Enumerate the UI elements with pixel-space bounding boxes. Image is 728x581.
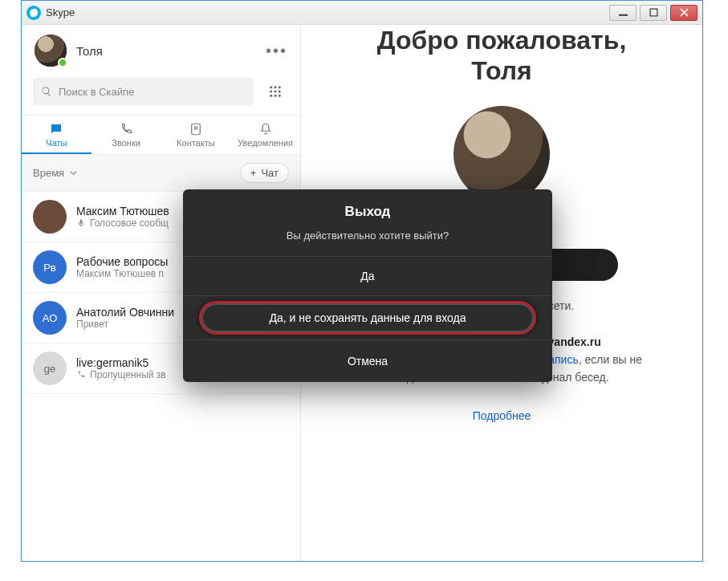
dialog-yes-forget-wrap: Да, и не сохранять данные для входа: [183, 296, 552, 340]
chat-icon: [49, 122, 63, 136]
avatar[interactable]: [35, 35, 67, 67]
search-input[interactable]: Поиск в Скайпе: [33, 78, 254, 105]
skype-icon: [26, 6, 41, 20]
svg-point-3: [275, 86, 277, 88]
contacts-icon: [189, 122, 203, 136]
details-link[interactable]: Подробнее: [325, 409, 678, 422]
svg-point-7: [279, 91, 281, 93]
nav-tabs: Чаты Звонки Контакты Уведомления: [22, 115, 300, 155]
welcome-line2: Толя: [471, 56, 531, 85]
chat-title: Рабочие вопросы: [76, 255, 168, 268]
section-header: Время + Чат: [22, 155, 300, 192]
window-title: Skype: [46, 6, 75, 18]
welcome-line1: Добро пожаловать,: [377, 26, 627, 55]
dialpad-button[interactable]: [262, 78, 289, 105]
tab-chats-label: Чаты: [46, 138, 67, 148]
chat-avatar: ge: [33, 351, 67, 385]
chat-title: Максим Тютюшев: [76, 205, 169, 217]
svg-rect-1: [650, 9, 657, 16]
more-icon[interactable]: •••: [266, 42, 287, 60]
chat-subtitle: Пропущенный зв: [76, 369, 166, 380]
svg-point-9: [275, 95, 277, 97]
phone-icon: [119, 122, 133, 136]
chat-title: Анатолий Овчинни: [76, 306, 174, 319]
tab-contacts-label: Контакты: [177, 138, 215, 148]
maximize-button[interactable]: [640, 5, 667, 21]
svg-point-10: [279, 95, 281, 97]
chat-subtitle: Голосовое сообщ: [76, 217, 169, 229]
sort-label: Время: [33, 167, 64, 179]
profile-name: Толя: [76, 44, 103, 58]
chat-subtitle: Максим Тютюшев п: [76, 268, 168, 279]
dialog-yes-forget-button[interactable]: Да, и не сохранять данные для входа: [199, 301, 536, 335]
dialog-message: Вы действительно хотите выйти?: [183, 230, 552, 257]
new-chat-button[interactable]: + Чат: [240, 163, 289, 183]
tab-contacts[interactable]: Контакты: [161, 116, 231, 154]
minimize-button[interactable]: [609, 5, 636, 21]
svg-rect-0: [619, 14, 628, 16]
tab-calls-label: Звонки: [112, 138, 140, 148]
svg-point-4: [279, 86, 281, 88]
chevron-down-icon: [69, 169, 78, 177]
tab-notifications-label: Уведомления: [238, 138, 293, 148]
tab-calls[interactable]: Звонки: [92, 116, 161, 154]
presence-indicator: [58, 58, 67, 67]
titlebar[interactable]: Skype: [22, 1, 702, 25]
chat-avatar: Рв: [33, 250, 67, 284]
tab-notifications[interactable]: Уведомления: [230, 116, 300, 154]
dialog-yes-button[interactable]: Да: [183, 257, 552, 296]
tab-chats[interactable]: Чаты: [22, 116, 92, 154]
chat-avatar: АО: [33, 301, 67, 335]
chat-subtitle: Привет: [76, 319, 174, 330]
svg-point-6: [275, 91, 277, 93]
welcome-avatar: [453, 106, 550, 202]
new-chat-label: Чат: [261, 167, 279, 179]
bell-icon: [258, 122, 273, 136]
plus-icon: +: [250, 167, 257, 179]
search-icon: [41, 86, 52, 97]
welcome-heading: Добро пожаловать, Толя: [325, 25, 678, 87]
close-button[interactable]: [670, 5, 697, 21]
window-controls: [609, 5, 697, 21]
signout-dialog: Выход Вы действительно хотите выйти? Да …: [183, 189, 552, 382]
svg-point-8: [270, 95, 272, 97]
dialpad-icon: [268, 84, 283, 99]
svg-point-12: [194, 127, 197, 129]
search-row: Поиск в Скайпе: [22, 71, 300, 115]
dialog-title: Выход: [183, 189, 552, 230]
svg-point-5: [270, 91, 272, 93]
profile-row[interactable]: Толя •••: [22, 25, 300, 71]
dialog-cancel-button[interactable]: Отмена: [183, 340, 552, 382]
svg-point-2: [270, 86, 272, 88]
search-placeholder: Поиск в Скайпе: [59, 86, 134, 98]
sort-dropdown[interactable]: Время: [33, 167, 78, 179]
chat-avatar: [33, 200, 67, 234]
chat-title: live:germanik5: [76, 356, 166, 369]
